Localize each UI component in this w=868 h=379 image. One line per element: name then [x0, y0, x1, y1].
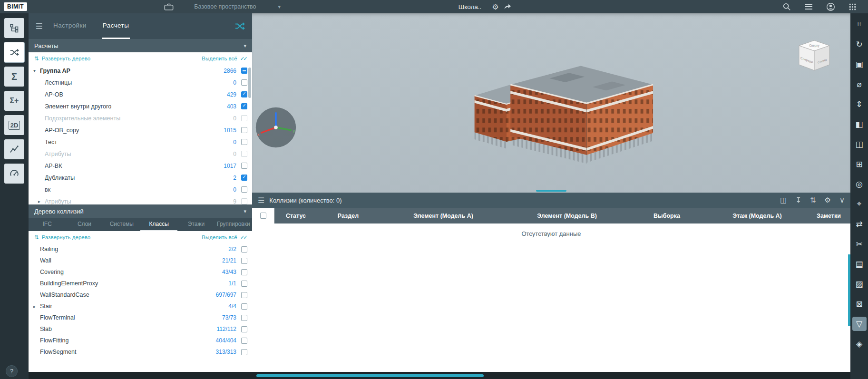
class-row-slab[interactable]: Slab 112/112	[29, 323, 252, 335]
sum-plus-tool-button[interactable]: Σ+	[4, 91, 24, 111]
row-checkbox[interactable]	[241, 175, 247, 181]
column-header[interactable]: Элемент (Модель B)	[507, 208, 626, 224]
collision-tree-section-header[interactable]: Дерево коллизий ▾	[29, 204, 252, 218]
tab-calculations[interactable]: Расчеты	[102, 13, 130, 39]
section-cut-icon[interactable]: ✂	[852, 237, 867, 251]
row-checkbox[interactable]	[241, 246, 247, 253]
workspace-selector[interactable]: Базовое пространство ▾	[194, 3, 281, 10]
fit-height-icon[interactable]: ⇕	[852, 97, 867, 111]
row-caret-icon[interactable]	[33, 304, 40, 309]
row-caret-icon[interactable]	[33, 68, 40, 73]
tree-row-element-vnutri[interactable]: Элемент внутри другого 403	[29, 100, 252, 112]
collisions-menu-icon[interactable]: ☰	[258, 196, 264, 205]
column-header[interactable]: Раздел	[317, 208, 379, 224]
show-elements-icon[interactable]: ▤	[852, 257, 867, 271]
row-checkbox[interactable]	[241, 281, 247, 287]
row-checkbox[interactable]	[241, 315, 247, 321]
tree-row-lestnicy[interactable]: Лестницы 0	[29, 77, 252, 88]
clip-box-icon[interactable]: ◫	[852, 137, 867, 151]
select-all-button[interactable]: Выделить всё ✓✓	[202, 55, 246, 62]
locate-icon[interactable]: ⌖	[852, 197, 867, 211]
row-checkbox[interactable]	[241, 163, 247, 169]
tree-scrollbar[interactable]	[248, 68, 251, 98]
class-row-flowterminal[interactable]: FlowTerminal 73/73	[29, 312, 252, 323]
table-settings-icon[interactable]: ⚙	[825, 196, 831, 204]
row-caret-icon[interactable]	[38, 199, 45, 204]
panel-menu-icon[interactable]: ☰	[29, 13, 49, 39]
view-2d-tool-button[interactable]: 2D	[4, 115, 24, 135]
tree-row-vk[interactable]: вк 0	[29, 184, 252, 195]
expand-tree-button[interactable]: ⇅ Развернуть дерево	[34, 55, 90, 62]
tab-sloi[interactable]: Слои	[66, 218, 103, 231]
class-row-railing[interactable]: Railing 2/2	[29, 243, 252, 255]
orbit-icon[interactable]: ↻	[852, 37, 867, 51]
row-checkbox[interactable]	[241, 68, 247, 74]
navigate-icon[interactable]: ◈	[852, 337, 867, 351]
grid-icon[interactable]: ⊞	[852, 157, 867, 171]
column-header[interactable]: Выборка	[626, 208, 707, 224]
row-checkbox[interactable]	[241, 258, 247, 264]
tab-sistemy[interactable]: Системы	[103, 218, 140, 231]
tree-row-test[interactable]: Тест 0	[29, 136, 252, 148]
project-settings-icon[interactable]: ⚙	[489, 1, 501, 12]
briefcase-icon[interactable]	[163, 1, 175, 12]
row-checkbox[interactable]	[241, 139, 247, 145]
swap-models-icon[interactable]: ⇄	[852, 217, 867, 231]
class-row-flowfitting[interactable]: FlowFitting 404/404	[29, 335, 252, 346]
expand-tree-button[interactable]: ⇅ Развернуть дерево	[34, 234, 90, 241]
building-model[interactable]	[452, 41, 671, 170]
filter-icon[interactable]: ▽	[852, 317, 867, 331]
row-checkbox[interactable]	[241, 151, 247, 157]
collisions-mode-icon[interactable]	[234, 13, 245, 39]
tree-row-ar-ov[interactable]: АР-ОВ 429	[29, 88, 252, 100]
row-checkbox[interactable]	[241, 338, 247, 344]
column-header[interactable]: Заметки	[807, 208, 850, 224]
measure-icon[interactable]: ⌀	[852, 77, 867, 91]
tab-settings[interactable]: Настройки	[52, 13, 88, 39]
charts-tool-button[interactable]	[4, 139, 24, 159]
row-checkbox[interactable]	[241, 127, 247, 133]
select-all-button[interactable]: Выделить всё ✓✓	[202, 234, 246, 241]
row-checkbox[interactable]	[241, 292, 247, 298]
row-checkbox[interactable]	[241, 269, 247, 275]
class-row-flowsegment[interactable]: FlowSegment 313/313	[29, 346, 252, 358]
capture-view-icon[interactable]: ⌗	[852, 17, 867, 31]
tree-row-ar-vk[interactable]: АР-ВК 1017	[29, 160, 252, 172]
tab-klassy[interactable]: Классы	[140, 218, 177, 231]
row-checkbox[interactable]	[241, 349, 247, 355]
sum-tool-button[interactable]: Σ	[4, 67, 24, 87]
apps-grid-icon[interactable]	[846, 1, 858, 12]
row-checkbox[interactable]	[241, 303, 247, 310]
collisions-tool-button[interactable]	[4, 42, 24, 62]
tree-row-podozritelnye[interactable]: Подозрительные элементы 0	[29, 112, 252, 124]
share-icon[interactable]	[501, 1, 514, 12]
class-row-buildingelementproxy[interactable]: BuildingElementProxy 1/1	[29, 278, 252, 289]
app-logo[interactable]: BiMiT	[4, 2, 27, 11]
row-checkbox[interactable]	[241, 198, 247, 204]
column-header[interactable]: Статус	[274, 208, 317, 224]
export-icon[interactable]: ↧	[795, 196, 801, 204]
class-row-wallstandardcase[interactable]: WallStandardCase 697/697	[29, 289, 252, 301]
tab-gruppirovki[interactable]: Группировки	[215, 218, 252, 231]
duplicate-icon[interactable]: ◫	[780, 196, 787, 204]
focus-icon[interactable]: ◎	[852, 177, 867, 191]
select-all-cell[interactable]	[252, 208, 274, 224]
row-checkbox[interactable]	[241, 91, 247, 97]
select-all-checkbox[interactable]	[260, 213, 266, 219]
tree-row-ar-ov-copy[interactable]: АР-ОВ_copy 1015	[29, 124, 252, 136]
clear-hidden-icon[interactable]: ⊠	[852, 297, 867, 311]
horizontal-scrollbar[interactable]	[256, 374, 484, 377]
tab-ifc[interactable]: IFC	[29, 218, 66, 231]
search-icon[interactable]	[780, 1, 793, 12]
menu-list-icon[interactable]	[802, 1, 815, 12]
panel-resize-handle[interactable]	[536, 190, 566, 192]
class-row-wall[interactable]: Wall 21/21	[29, 255, 252, 266]
axis-gizmo[interactable]: x y	[254, 106, 298, 149]
column-header[interactable]: Этаж (Модель A)	[707, 208, 807, 224]
class-row-stair[interactable]: Stair 4/4	[29, 301, 252, 312]
tree-row-gruppa-ar[interactable]: Группа АР 2866	[29, 65, 252, 77]
row-checkbox[interactable]	[241, 79, 247, 86]
help-button[interactable]: ?	[6, 366, 17, 377]
tree-row-atributy-1[interactable]: Атрибуты 0	[29, 148, 252, 160]
section-plane-icon[interactable]: ◧	[852, 117, 867, 131]
